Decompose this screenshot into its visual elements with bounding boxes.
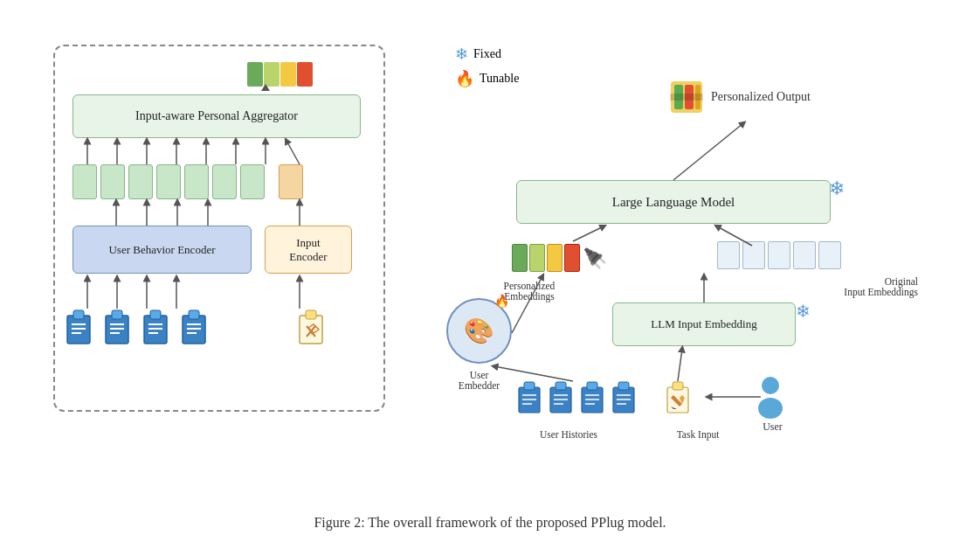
orig-embed-label: Original Input Embeddings bbox=[813, 276, 918, 297]
svg-rect-16 bbox=[189, 310, 199, 319]
arrow-to-colorbar bbox=[261, 84, 270, 91]
orig-embed-text: Original Input Embeddings bbox=[844, 276, 918, 297]
user-embedder-text: User Embedder bbox=[459, 370, 500, 391]
embed-block-2 bbox=[100, 164, 125, 199]
llm-label: Large Language Model bbox=[612, 195, 735, 210]
aggregator-label: Input-aware Personal Aggregator bbox=[135, 109, 298, 123]
svg-rect-1 bbox=[73, 310, 84, 319]
user-hist-row bbox=[516, 381, 637, 414]
input-encoder-box: Input Encoder bbox=[265, 226, 352, 274]
left-panel: Input-aware Personal Aggregator User Beh… bbox=[53, 45, 385, 412]
user-figure: User bbox=[756, 375, 784, 434]
svg-rect-48 bbox=[524, 382, 535, 390]
embed-blocks-row bbox=[72, 164, 303, 199]
snowflake-llm-icon: ❄ bbox=[829, 177, 845, 200]
pers-output-label: Personalized Output bbox=[711, 90, 811, 104]
task-input-label: Task Input bbox=[663, 429, 733, 440]
right-panel: Personalized Output Large Language Model… bbox=[429, 45, 918, 464]
svg-rect-11 bbox=[150, 310, 161, 319]
svg-rect-46 bbox=[670, 94, 703, 101]
clipboard-icon-2 bbox=[102, 309, 132, 345]
svg-point-70 bbox=[758, 398, 783, 419]
clipboard-row bbox=[64, 309, 326, 345]
hist-clipboard-2 bbox=[548, 381, 574, 414]
svg-line-77 bbox=[678, 349, 682, 381]
pers-embed-text: Personalized Embeddings bbox=[504, 281, 556, 302]
task-input-icon bbox=[665, 381, 691, 414]
embed-block-7 bbox=[240, 164, 265, 199]
hist-clipboard-3 bbox=[579, 381, 605, 414]
hist-clipboard-4 bbox=[611, 381, 637, 414]
pers-output-area: Personalized Output bbox=[669, 80, 811, 115]
svg-rect-21 bbox=[306, 310, 316, 319]
llm-embed-label: LLM Input Embedding bbox=[651, 317, 756, 331]
clipboard-icon-3 bbox=[141, 309, 170, 345]
svg-line-72 bbox=[573, 226, 604, 241]
color-bar-left bbox=[247, 62, 313, 87]
embed-block-6 bbox=[212, 164, 237, 199]
snowflake-embed-icon: ❄ bbox=[796, 301, 811, 322]
user-hist-label: User Histories bbox=[521, 429, 617, 440]
svg-rect-53 bbox=[556, 382, 566, 390]
clipboard-icon-1 bbox=[64, 309, 93, 345]
output-icon bbox=[669, 80, 704, 115]
embed-block-orange bbox=[279, 164, 303, 199]
embed-block-3 bbox=[128, 164, 153, 199]
aggregator-box: Input-aware Personal Aggregator bbox=[72, 94, 361, 138]
embed-block-1 bbox=[72, 164, 97, 199]
diagram-container: Input-aware Personal Aggregator User Beh… bbox=[27, 18, 953, 508]
figure-caption: Figure 2: The overall framework of the p… bbox=[314, 515, 666, 531]
svg-line-41 bbox=[286, 141, 300, 164]
input-encoder-label: Input Encoder bbox=[289, 236, 327, 264]
task-input-area bbox=[665, 381, 691, 414]
fire-user-embedder-icon: 🔥 bbox=[494, 294, 509, 309]
user-hist-text: User Histories bbox=[540, 429, 597, 440]
user-label: User bbox=[763, 420, 783, 434]
svg-rect-63 bbox=[618, 382, 629, 390]
llm-box: Large Language Model bbox=[516, 180, 831, 224]
svg-point-69 bbox=[762, 377, 779, 394]
embed-block-5 bbox=[184, 164, 209, 199]
plug-icon: 🔌 bbox=[583, 244, 607, 272]
hist-clipboard-1 bbox=[516, 381, 542, 414]
pencil-icon bbox=[296, 309, 326, 345]
clipboard-icon-4 bbox=[179, 309, 209, 345]
svg-rect-58 bbox=[587, 382, 597, 390]
user-avatar bbox=[756, 375, 784, 419]
svg-rect-68 bbox=[673, 382, 683, 390]
user-embedder-label: User Embedder bbox=[438, 370, 521, 391]
llm-embed-box: LLM Input Embedding bbox=[612, 302, 796, 346]
orig-embed-row bbox=[717, 241, 841, 269]
task-input-text: Task Input bbox=[677, 429, 720, 440]
svg-line-71 bbox=[673, 123, 743, 180]
behavior-encoder-box: User Behavior Encoder bbox=[72, 226, 252, 274]
pers-embed-row: 🔌 bbox=[512, 244, 607, 272]
embed-block-4 bbox=[156, 164, 181, 199]
caption-text: Figure 2: The overall framework of the p… bbox=[314, 515, 666, 530]
svg-rect-6 bbox=[112, 310, 122, 319]
behavior-encoder-label: User Behavior Encoder bbox=[108, 243, 215, 257]
